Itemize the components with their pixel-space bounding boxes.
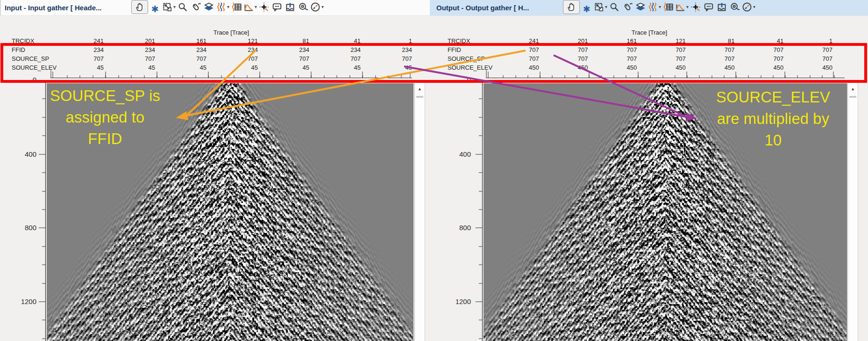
left-annotation-note: SOURCE_SP isassigned toFFID	[30, 85, 180, 150]
spectrum-peak-icon[interactable]: ▾	[243, 0, 257, 14]
header-cell-value: 81	[261, 37, 312, 46]
chevron-down-icon[interactable]: ▾	[173, 4, 176, 9]
measure-tape-icon[interactable]	[729, 0, 741, 14]
scroll-up-arrow-icon[interactable]: ▲	[415, 83, 425, 94]
output-toolbar-group: Output - Output gather [ H... ✱▾▾▾▾	[430, 0, 868, 15]
chevron-down-icon[interactable]: ▾	[321, 4, 324, 9]
header-cell-value: 201	[542, 37, 591, 46]
header-cell-value: 707	[591, 55, 640, 64]
header-cell-value: 707	[689, 46, 738, 55]
header-cell-value: 707	[786, 55, 835, 64]
layers-icon[interactable]	[203, 0, 215, 14]
comment-bubble-icon[interactable]	[271, 0, 283, 14]
header-row-label: FFID	[0, 46, 55, 55]
spectrum-peak-icon[interactable]: ▾	[675, 0, 689, 14]
chevron-down-icon[interactable]: ▾	[227, 4, 229, 9]
right-annotation-note: SOURCE_ELEVare multiplied by10	[698, 87, 848, 151]
export-image-icon[interactable]	[284, 0, 296, 14]
scrollbar-thumb[interactable]	[849, 96, 856, 98]
header-cell-value: 450	[786, 64, 835, 73]
compass-icon[interactable]: ▾	[742, 0, 755, 14]
header-cell-value: 450	[542, 64, 591, 73]
scroll-up-arrow-icon[interactable]: ▲	[848, 83, 858, 94]
left-header-table: TRCIDX24120116112181411FFID2342342342342…	[0, 37, 415, 73]
annotation-line: SOURCE_ELEV	[698, 87, 848, 108]
mouse-mode-icon[interactable]	[190, 0, 202, 14]
pick-crosshair-icon[interactable]	[690, 0, 702, 14]
wiggle-display-icon[interactable]: ▾	[647, 0, 661, 14]
chevron-down-icon[interactable]: ▾	[659, 4, 661, 9]
header-cell-value: 707	[591, 46, 640, 55]
input-panel-title: Input - Input gather [ Heade...	[5, 4, 125, 12]
toolbar: Input - Input gather [ Heade... ✱▾▾▾▾ Ou…	[0, 0, 868, 16]
layers-icon[interactable]	[634, 0, 647, 14]
header-cell-value: 707	[493, 46, 542, 55]
right-trace-axis-title: Trace [Trace]	[579, 29, 719, 36]
pan-hand-icon[interactable]	[131, 0, 148, 14]
header-cell-value: 41	[738, 37, 787, 46]
header-cell-value: 450	[689, 64, 738, 73]
header-cell-value: 45	[209, 64, 261, 73]
annotation-line: 10	[698, 130, 848, 151]
header-row-label: SOURCE_SP	[0, 55, 55, 64]
magnifier-icon[interactable]	[177, 0, 189, 14]
header-cell-value: 1	[786, 37, 835, 46]
left-time-label-0: 0	[8, 76, 36, 84]
header-cell-value: 41	[312, 37, 363, 46]
header-cell-value: 1	[363, 37, 415, 46]
header-cell-value: 707	[158, 55, 209, 64]
header-row-label: SOURCE_ELEV	[437, 64, 493, 73]
header-cell-value: 450	[738, 64, 787, 73]
annotation-line: assigned to	[30, 107, 180, 128]
header-row-label: TRCIDX	[0, 37, 55, 46]
header-cell-value: 241	[55, 37, 107, 46]
header-row-label: TRCIDX	[437, 37, 493, 46]
output-toolbar-icons: ✱▾▾▾▾	[562, 0, 756, 16]
wiggle-display-icon[interactable]: ▾	[216, 0, 229, 14]
input-toolbar-icons: ✱▾▾▾▾	[131, 0, 324, 16]
header-cell-value: 707	[786, 46, 835, 55]
comment-bubble-icon[interactable]	[703, 0, 715, 14]
header-table-icon[interactable]	[230, 0, 242, 14]
header-cell-value: 121	[640, 37, 689, 46]
header-cell-value: 234	[55, 46, 107, 55]
chevron-down-icon[interactable]: ▾	[255, 4, 257, 9]
magnifier-icon[interactable]	[608, 0, 620, 14]
left-panel-scrollbar[interactable]: ▲	[414, 83, 425, 341]
scrollbar-thumb[interactable]	[416, 96, 423, 98]
settings-gear-icon[interactable]: ✱	[581, 3, 593, 16]
chevron-down-icon[interactable]: ▾	[753, 4, 755, 9]
chevron-down-icon[interactable]: ▾	[605, 4, 607, 9]
header-cell-value: 707	[738, 46, 787, 55]
header-cell-value: 234	[107, 46, 158, 55]
settings-gear-icon[interactable]: ✱	[149, 3, 161, 16]
header-cell-value: 707	[209, 55, 261, 64]
header-cell-value: 45	[363, 64, 415, 73]
pan-hand-icon[interactable]	[563, 0, 580, 14]
chevron-down-icon[interactable]: ▾	[686, 4, 689, 9]
header-cell-value: 707	[55, 55, 107, 64]
header-cell-value: 234	[209, 46, 261, 55]
header-cell-value: 707	[640, 55, 689, 64]
compass-icon[interactable]: ▾	[310, 0, 324, 14]
annotation-line: FFID	[30, 128, 180, 150]
left-trace-axis-title: Trace [Trace]	[161, 29, 301, 36]
header-cell-value: 450	[493, 64, 542, 73]
right-panel-scrollbar[interactable]: ▲	[847, 83, 858, 341]
header-cell-value: 707	[542, 46, 591, 55]
measure-tape-icon[interactable]	[297, 0, 309, 14]
header-table-icon[interactable]	[662, 0, 674, 14]
zoom-selection-icon[interactable]: ▾	[162, 0, 176, 14]
export-image-icon[interactable]	[716, 0, 728, 14]
mouse-mode-icon[interactable]	[621, 0, 633, 14]
header-cell-value: 707	[312, 55, 363, 64]
header-cell-value: 707	[640, 46, 689, 55]
zoom-selection-icon[interactable]: ▾	[594, 0, 607, 14]
annotation-line: SOURCE_SP is	[30, 85, 180, 107]
header-row-label: SOURCE_ELEV	[0, 64, 55, 73]
header-cell-value: 45	[158, 64, 209, 73]
header-cell-value: 707	[261, 55, 312, 64]
header-cell-value: 707	[738, 55, 787, 64]
header-cell-value: 161	[158, 37, 209, 46]
pick-crosshair-icon[interactable]	[258, 0, 270, 14]
